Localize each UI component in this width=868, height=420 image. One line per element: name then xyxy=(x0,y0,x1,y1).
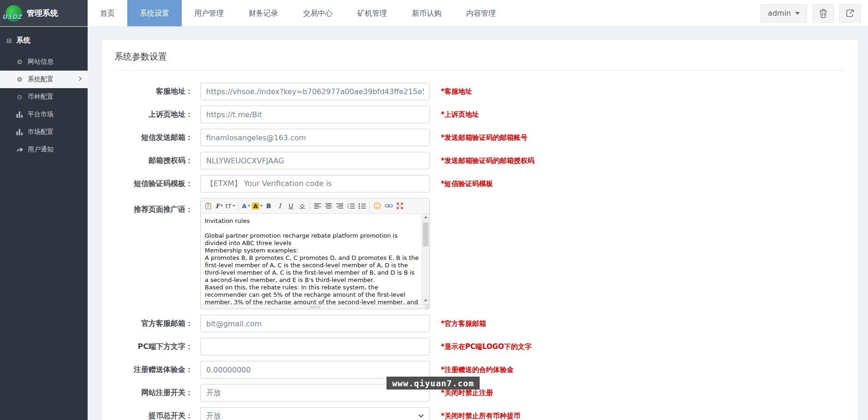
font-size-icon[interactable]: tT xyxy=(225,201,236,211)
customer-service-url-input[interactable] xyxy=(200,83,430,100)
sidebar-item-label: 网站信息 xyxy=(28,58,54,66)
field-hint: *上诉页地址 xyxy=(441,110,479,119)
editor-paragraph: Invitation rules xyxy=(205,217,419,225)
bar-chart-icon xyxy=(16,111,24,118)
emoji-icon[interactable]: ☺ xyxy=(372,201,383,211)
form-row: 注册赠送体验金： *注册赠送的合约体验金 xyxy=(114,361,844,378)
sidebar-item-label: 平台市场 xyxy=(28,110,54,119)
field-label: 网站注册开关： xyxy=(114,388,193,398)
main-content: 系统参数设置 客服地址： *客服地址 上诉页地址： *上诉页地址 短信发送邮箱：… xyxy=(88,27,868,420)
scroll-down-icon[interactable] xyxy=(422,297,429,304)
field-hint: *官方客服邮箱 xyxy=(441,319,486,328)
settings-card: 系统参数设置 客服地址： *客服地址 上诉页地址： *上诉页地址 短信发送邮箱：… xyxy=(102,40,858,420)
highlight-color-icon[interactable]: A xyxy=(252,201,263,211)
field-label: 官方客服邮箱： xyxy=(114,319,193,329)
nav-tab-content-management[interactable]: 内容管理 xyxy=(454,0,508,26)
official-service-email-input[interactable] xyxy=(200,315,430,332)
sidebar-item-label: 系统配置 xyxy=(28,75,54,84)
form-row: 上诉页地址： *上诉页地址 xyxy=(114,106,844,123)
chevron-right-icon xyxy=(77,77,82,81)
nav-tab-user-management[interactable]: 用户管理 xyxy=(182,0,236,26)
top-nav: 首页 系统设置 用户管理 财务记录 交易中心 矿机管理 新币认购 内容管理 xyxy=(88,0,508,26)
fullscreen-icon[interactable] xyxy=(394,201,405,211)
sidebar: ⊟ 系统 ⚙ 网站信息 ⚙ 系统配置 ⊙ 币种配置 平台市场 市场配置 xyxy=(0,27,88,420)
pc-bottom-text-input[interactable] xyxy=(200,338,430,355)
field-label: 短信发送邮箱： xyxy=(114,133,193,143)
scroll-up-icon[interactable] xyxy=(422,214,429,221)
sidebar-item-market-config[interactable]: 市场配置 xyxy=(0,123,88,141)
field-label: 客服地址： xyxy=(114,87,193,96)
eraser-icon[interactable] xyxy=(297,201,307,211)
editor-scrollbar[interactable] xyxy=(422,214,429,304)
scrollbar-thumb[interactable] xyxy=(423,222,428,246)
font-size-glyph: tT xyxy=(226,203,232,210)
chevron-down-icon xyxy=(260,205,263,207)
admin-label: admin xyxy=(768,9,791,18)
resize-corner-handle[interactable] xyxy=(425,304,429,308)
bold-icon[interactable]: B xyxy=(263,201,274,211)
paste-icon[interactable] xyxy=(203,201,214,211)
align-right-icon[interactable] xyxy=(334,201,345,211)
editor-resize-bar xyxy=(201,304,429,309)
circle-dot-icon: ⊙ xyxy=(16,93,24,101)
field-label: 短信验证码模板： xyxy=(114,179,193,189)
trash-icon xyxy=(819,9,827,18)
editor-paragraph: Membership system examples: xyxy=(205,247,419,254)
ordered-list-icon[interactable]: 123 xyxy=(345,201,356,211)
register-bonus-input[interactable] xyxy=(200,361,430,378)
font-family-icon[interactable]: F xyxy=(214,201,225,211)
chevron-down-icon xyxy=(418,412,423,417)
sidebar-item-platform-market[interactable]: 平台市场 xyxy=(0,106,88,123)
toolbar-separator xyxy=(309,202,310,210)
sidebar-group-system[interactable]: ⊟ 系统 xyxy=(0,27,88,53)
logo: USDZ xyxy=(5,4,23,23)
editor-content[interactable]: Invitation rules Global partner promotio… xyxy=(201,214,422,304)
field-label: 邮箱授权码： xyxy=(114,156,193,166)
sidebar-item-website-info[interactable]: ⚙ 网站信息 xyxy=(0,53,88,71)
unordered-list-icon[interactable] xyxy=(357,201,367,211)
trash-button[interactable] xyxy=(813,4,834,23)
toolbar-separator xyxy=(369,202,370,210)
sidebar-item-user-notice[interactable]: 用户通知 xyxy=(0,141,88,158)
admin-menu-button[interactable]: admin xyxy=(761,4,807,23)
highlight-glyph: A xyxy=(252,203,259,210)
nav-tab-trade-center[interactable]: 交易中心 xyxy=(291,0,345,26)
nav-tab-system-settings[interactable]: 系统设置 xyxy=(127,0,182,26)
field-label: 推荐页面推广语： xyxy=(114,198,193,215)
appeal-page-url-input[interactable] xyxy=(200,106,430,123)
form-row: 提币总开关： 开放 *关闭时禁止所有币种提币 xyxy=(114,407,844,420)
chevron-down-icon xyxy=(232,205,235,207)
nav-tab-miner-management[interactable]: 矿机管理 xyxy=(345,0,399,26)
text-color-icon[interactable]: A xyxy=(241,201,251,211)
withdraw-switch-select[interactable]: 开放 xyxy=(200,407,430,420)
field-hint: *关闭时禁止所有币种提币 xyxy=(441,412,521,420)
underline-icon[interactable]: U xyxy=(285,201,296,211)
italic-icon[interactable]: I xyxy=(274,201,285,211)
link-icon[interactable] xyxy=(383,201,394,211)
logout-button[interactable] xyxy=(839,4,861,23)
nav-tab-new-coin[interactable]: 新币认购 xyxy=(399,0,454,26)
field-hint: *显示在PC端LOGO下的文字 xyxy=(441,342,532,351)
email-auth-code-input[interactable] xyxy=(200,152,430,169)
align-left-icon[interactable] xyxy=(312,201,323,211)
watermark: www.qiyuan7.com xyxy=(386,377,480,390)
field-hint: *关闭时禁止注册 xyxy=(441,389,493,397)
sms-sender-email-input[interactable] xyxy=(200,129,430,146)
selected-value: 开放 xyxy=(206,388,221,398)
sidebar-item-coin-config[interactable]: ⊙ 币种配置 xyxy=(0,88,88,106)
form-row: PC端下方文字： *显示在PC端LOGO下的文字 xyxy=(114,338,844,355)
sidebar-item-system-config[interactable]: ⚙ 系统配置 xyxy=(0,71,88,88)
form-row: 客服地址： *客服地址 xyxy=(114,83,844,100)
editor-paragraph: A promotes B, B promotes C, C promotes D… xyxy=(205,254,419,284)
font-family-glyph: F xyxy=(215,203,220,210)
sms-template-input[interactable] xyxy=(200,175,430,192)
nav-tab-finance-records[interactable]: 财务记录 xyxy=(236,0,291,26)
topbar: USDZ 管理系统 首页 系统设置 用户管理 财务记录 交易中心 矿机管理 新币… xyxy=(0,0,868,27)
align-center-icon[interactable] xyxy=(323,201,334,211)
topbar-actions: admin xyxy=(761,0,868,26)
field-hint: *发送邮箱验证码的邮箱授权码 xyxy=(441,156,535,165)
form-row: 邮箱授权码： *发送邮箱验证码的邮箱授权码 xyxy=(114,152,844,169)
sidebar-item-label: 市场配置 xyxy=(28,128,54,136)
resize-handle[interactable] xyxy=(309,306,321,308)
nav-tab-home[interactable]: 首页 xyxy=(88,0,127,26)
